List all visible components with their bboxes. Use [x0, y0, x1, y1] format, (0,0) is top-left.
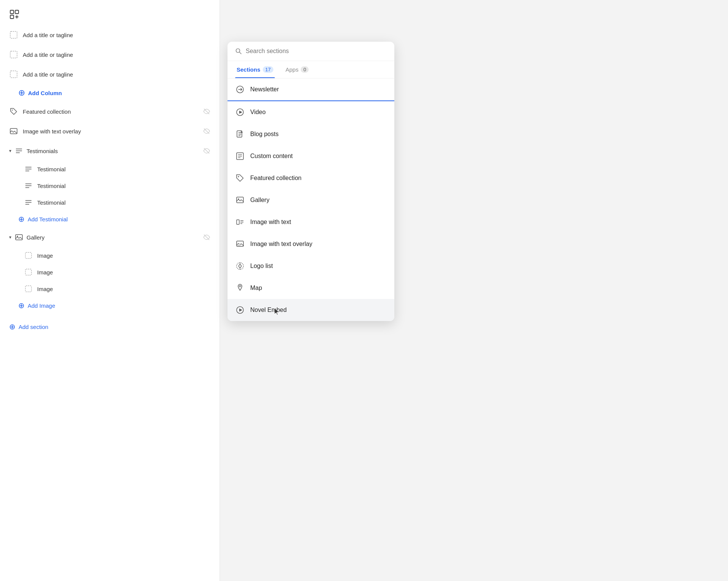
testimonial-item-3[interactable]: Testimonial — [0, 194, 220, 211]
add-column-button[interactable]: ⊕ Add Column — [0, 84, 220, 102]
svg-rect-30 — [25, 286, 31, 292]
gallery-image-label-2: Image — [37, 269, 53, 276]
section-item-map[interactable]: Map — [228, 277, 394, 299]
svg-point-8 — [12, 110, 13, 110]
gallery-overlay-label: Gallery — [250, 197, 270, 204]
section-item-video[interactable]: Video — [228, 101, 394, 123]
placeholder-icon-3 — [9, 70, 18, 79]
title-placeholder-3[interactable]: Add a title or tagline — [0, 64, 220, 84]
section-item-newsletter[interactable]: Newsletter — [228, 78, 394, 101]
section-item-featured-collection-overlay[interactable]: Featured collection — [228, 167, 394, 189]
featured-collection-label: Featured collection — [23, 108, 198, 115]
section-item-image-with-text[interactable]: Image with text — [228, 211, 394, 233]
map-icon — [235, 283, 245, 293]
svg-line-32 — [240, 52, 242, 54]
logo-list-label: Logo list — [250, 263, 273, 269]
title-placeholder-1[interactable]: Add a title or tagline — [0, 25, 220, 45]
svg-rect-25 — [16, 235, 22, 240]
image-text-overlay-icon — [9, 127, 18, 136]
svg-rect-6 — [10, 51, 17, 58]
section-item-blog-posts[interactable]: Blog posts — [228, 123, 394, 145]
gallery-image-label-1: Image — [37, 252, 53, 259]
grid-plus-icon[interactable] — [8, 8, 21, 21]
gallery-image-3[interactable]: Image — [0, 280, 220, 297]
custom-content-icon — [235, 151, 245, 161]
svg-rect-49 — [237, 244, 240, 246]
svg-rect-1 — [15, 10, 19, 14]
section-item-image-with-text-overlay[interactable]: Image with text overlay — [228, 233, 394, 255]
map-label: Map — [250, 285, 262, 291]
image-text-overlay-label: Image with text overlay — [23, 128, 198, 135]
video-label: Video — [250, 109, 266, 116]
newsletter-icon — [235, 85, 245, 94]
tab-sections[interactable]: Sections 17 — [235, 61, 275, 78]
title-placeholder-2[interactable]: Add a title or tagline — [0, 45, 220, 64]
logo-list-icon — [235, 261, 245, 271]
gallery-eye-icon[interactable] — [203, 233, 210, 241]
video-icon — [235, 107, 245, 117]
testimonial-label-3: Testimonial — [37, 199, 66, 206]
sidebar-item-image-text-overlay[interactable]: Image with text overlay — [0, 121, 220, 141]
left-sidebar: Add a title or tagline Add a title or ta… — [0, 0, 220, 581]
image-text-overlay-eye-icon[interactable] — [203, 127, 210, 135]
gallery-chevron-icon: ▾ — [9, 235, 11, 240]
svg-rect-29 — [25, 269, 31, 275]
image-with-text-label: Image with text — [250, 219, 291, 226]
add-testimonial-label: Add Testimonial — [28, 216, 68, 222]
title-placeholder-label-3: Add a title or tagline — [23, 71, 210, 78]
testimonial-item-2[interactable]: Testimonial — [0, 177, 220, 194]
testimonials-group-header[interactable]: ▾ Testimonials — [0, 141, 220, 161]
apps-tab-label: Apps — [286, 66, 298, 73]
sections-tab-count: 17 — [263, 66, 273, 73]
add-column-icon: ⊕ — [18, 88, 25, 98]
novel-embed-label: Novel Embed — [250, 307, 287, 313]
testimonial-icon-1 — [24, 165, 33, 173]
svg-point-54 — [239, 285, 241, 287]
add-testimonial-button[interactable]: ⊕ Add Testimonial — [0, 211, 220, 227]
svg-point-26 — [17, 236, 18, 237]
tab-apps[interactable]: Apps 0 — [284, 61, 310, 78]
svg-marker-56 — [239, 309, 242, 312]
add-image-button[interactable]: ⊕ Add Image — [0, 297, 220, 314]
image-placeholder-icon-2 — [24, 268, 33, 276]
sidebar-item-featured-collection[interactable]: Featured collection — [0, 102, 220, 121]
image-with-text-overlay-list-label: Image with text overlay — [250, 241, 312, 247]
svg-rect-44 — [237, 220, 239, 224]
section-item-novel-embed[interactable]: Novel Embed — [228, 299, 394, 321]
section-item-gallery-overlay[interactable]: Gallery — [228, 189, 394, 211]
tag-icon — [9, 107, 18, 116]
svg-point-43 — [238, 199, 239, 200]
testimonial-icon-2 — [24, 182, 33, 190]
add-section-label: Add section — [19, 324, 48, 330]
blog-posts-label: Blog posts — [250, 131, 279, 138]
gallery-label: Gallery — [27, 234, 200, 241]
svg-rect-5 — [10, 31, 17, 38]
section-item-custom-content[interactable]: Custom content — [228, 145, 394, 167]
testimonial-label-2: Testimonial — [37, 183, 66, 189]
svg-rect-0 — [10, 10, 14, 14]
add-section-button[interactable]: ⊕ Add section — [0, 317, 220, 337]
sections-search-bar — [228, 42, 394, 61]
add-image-label: Add Image — [28, 302, 55, 309]
main-canvas-area: Sections 17 Apps 0 Newsletter — [220, 0, 728, 581]
gallery-group-header[interactable]: ▾ Gallery — [0, 227, 220, 247]
section-item-logo-list[interactable]: Logo list — [228, 255, 394, 277]
gallery-image-2[interactable]: Image — [0, 264, 220, 280]
search-sections-input[interactable] — [246, 48, 387, 55]
add-image-icon: ⊕ — [18, 301, 25, 310]
custom-content-label: Custom content — [250, 153, 293, 160]
featured-collection-eye-icon[interactable] — [203, 108, 210, 115]
sections-overlay-panel: Sections 17 Apps 0 Newsletter — [228, 42, 394, 321]
title-placeholder-label-1: Add a title or tagline — [23, 32, 210, 38]
gallery-image-1[interactable]: Image — [0, 247, 220, 264]
featured-collection-overlay-label: Featured collection — [250, 175, 301, 182]
add-testimonial-icon: ⊕ — [18, 215, 25, 224]
title-placeholder-label-2: Add a title or tagline — [23, 52, 210, 58]
sections-tabs-row: Sections 17 Apps 0 — [228, 61, 394, 78]
image-with-text-icon — [235, 217, 245, 227]
testimonials-eye-icon[interactable] — [203, 147, 210, 155]
newsletter-label: Newsletter — [250, 86, 279, 93]
svg-point-41 — [238, 176, 239, 177]
testimonial-item-1[interactable]: Testimonial — [0, 161, 220, 177]
placeholder-icon-1 — [9, 30, 18, 39]
